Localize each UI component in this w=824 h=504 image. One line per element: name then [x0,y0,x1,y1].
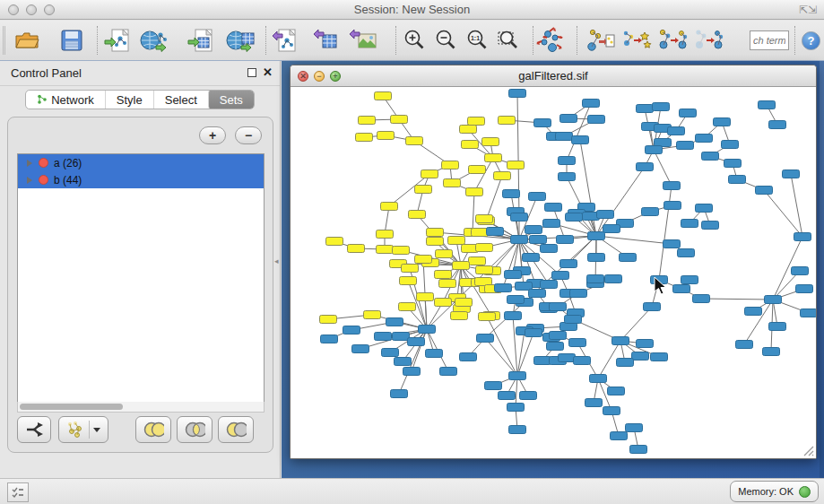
graph-node-blue[interactable] [736,341,753,349]
float-panel-icon[interactable] [247,68,256,77]
export-image-icon[interactable] [348,25,378,56]
graph-node-blue[interactable] [702,222,719,230]
graph-node-blue[interactable] [511,236,528,244]
graph-node-blue[interactable] [530,236,547,244]
graph-node-blue[interactable] [756,187,773,195]
graph-node-blue[interactable] [745,308,762,316]
graph-node-blue[interactable] [588,254,605,262]
graph-node-yellow[interactable] [393,247,410,255]
graph-node-yellow[interactable] [436,250,453,258]
graph-node-yellow[interactable] [399,303,416,311]
graph-node-yellow[interactable] [472,229,489,237]
graph-node-blue[interactable] [765,296,782,304]
graph-node-blue[interactable] [460,353,477,361]
graph-node-yellow[interactable] [469,257,486,265]
graph-node-yellow[interactable] [442,161,459,169]
graph-node-blue[interactable] [681,220,698,228]
fullscreen-icon[interactable]: ⇱⇲ [799,4,817,16]
task-history-button[interactable] [7,482,29,502]
graph-node-yellow[interactable] [375,92,392,100]
graph-edge[interactable] [517,331,525,376]
graph-node-blue[interactable] [550,332,567,340]
graph-node-blue[interactable] [611,432,628,440]
graph-node-yellow[interactable] [427,229,444,237]
graph-node-blue[interactable] [509,426,526,434]
tab-select[interactable]: Select [153,90,208,109]
graph-node-blue[interactable] [644,303,661,311]
graph-node-blue[interactable] [668,127,685,135]
zoom-selected-icon[interactable] [494,25,525,56]
graph-node-blue[interactable] [560,115,577,123]
graph-node-blue[interactable] [495,284,512,292]
graph-node-blue[interactable] [722,141,739,149]
graph-node-blue[interactable] [696,204,713,213]
graph-edge[interactable] [654,150,672,186]
graph-node-blue[interactable] [559,354,576,362]
graph-node-blue[interactable] [801,309,817,317]
graph-node-blue[interactable] [673,285,690,293]
graph-node-blue[interactable] [585,399,603,407]
open-folder-icon[interactable] [12,25,42,56]
graph-node-blue[interactable] [632,352,649,361]
graph-node-yellow[interactable] [381,203,398,211]
import-network-database-icon[interactable] [139,25,169,56]
graph-node-yellow[interactable] [476,266,493,274]
graph-node-blue[interactable] [505,312,522,320]
show-selection-icon[interactable] [657,25,688,56]
scrollbar-thumb[interactable] [20,404,123,410]
graph-node-blue[interactable] [565,316,582,324]
zoom-window-button[interactable] [44,4,55,15]
network-window-titlebar[interactable]: ✕ − + galFiltered.sif [291,65,816,87]
graph-node-blue[interactable] [550,303,567,311]
graph-edge[interactable] [516,376,517,407]
graph-node-blue[interactable] [386,318,403,326]
graph-node-blue[interactable] [794,233,811,241]
graph-node-blue[interactable] [382,349,399,357]
graph-node-blue[interactable] [603,225,620,233]
graph-node-blue[interactable] [534,357,551,365]
graph-node-blue[interactable] [630,446,647,454]
graph-node-blue[interactable] [505,271,522,279]
graph-node-blue[interactable] [395,358,412,366]
graph-node-yellow[interactable] [320,316,337,324]
disclosure-triangle-icon[interactable] [27,160,32,167]
tab-sets[interactable]: Sets [208,90,254,109]
help-icon[interactable]: ? [802,31,820,50]
graph-node-blue[interactable] [617,359,634,367]
sets-horizontal-scrollbar[interactable] [17,402,265,413]
graph-node-blue[interactable] [520,392,537,400]
graph-node-yellow[interactable] [479,313,496,321]
graph-node-yellow[interactable] [326,238,343,246]
graph-node-blue[interactable] [603,407,620,415]
venn-intersection-icon[interactable] [177,416,213,443]
graph-edge[interactable] [596,236,672,244]
graph-node-blue[interactable] [321,335,338,343]
save-session-icon[interactable] [56,25,87,56]
graph-node-yellow[interactable] [482,138,499,146]
graph-node-yellow[interactable] [406,137,423,145]
panel-collapse-handle[interactable]: ◂ [274,256,279,265]
graph-node-blue[interactable] [702,152,719,161]
graph-node-blue[interactable] [509,90,526,98]
set-list-item[interactable]: b (44) [18,171,264,188]
graph-node-blue[interactable] [545,204,562,212]
close-panel-icon[interactable]: ✕ [263,65,273,79]
hide-selection-icon[interactable] [621,25,652,56]
graph-edge[interactable] [513,316,517,376]
graph-node-blue[interactable] [724,160,742,168]
graph-node-blue[interactable] [620,254,637,262]
graph-edge[interactable] [744,300,773,344]
graph-node-yellow[interactable] [462,141,479,149]
graph-node-yellow[interactable] [391,116,408,124]
graph-node-blue[interactable] [419,326,436,334]
venn-union-icon[interactable] [135,416,171,443]
network-graph[interactable] [291,87,816,458]
graph-node-yellow[interactable] [377,230,394,239]
resize-grip[interactable] [802,444,814,456]
graph-node-blue[interactable] [477,335,494,343]
graph-node-yellow[interactable] [356,134,373,142]
graph-node-yellow[interactable] [409,211,426,219]
apply-layout-icon[interactable] [534,25,565,56]
graph-node-blue[interactable] [393,333,410,341]
graph-node-blue[interactable] [769,323,786,331]
